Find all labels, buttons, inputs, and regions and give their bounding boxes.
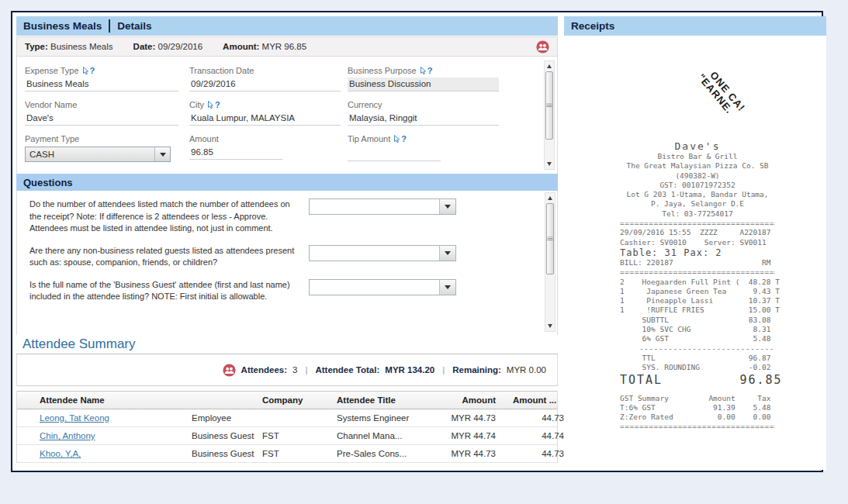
receipt-line: Lot G 203 1-Utama, Bandar Utama, (620, 190, 775, 199)
expense-type-value[interactable]: Business Meals (25, 78, 178, 91)
question-answer-dropdown[interactable] (309, 245, 456, 261)
attendee-name-link[interactable]: Chin, Anthony (40, 431, 95, 440)
attendee-amount2-cell: 44.73 (496, 413, 564, 423)
field-city: City ? Kuala Lumpur, MALAYSIA (189, 100, 341, 126)
receipt-line: T:6% GST 91.39 5.48 (620, 403, 775, 413)
field-tip-amount: Tip Amount ? (348, 134, 441, 161)
question-row: Are there any non-business related guest… (29, 245, 557, 269)
expense-window: Business Meals Details Type: Business Me… (11, 11, 823, 472)
receipt-line: GST Summary Amount Tax (620, 394, 775, 403)
question-dropdown-button[interactable] (439, 199, 455, 214)
transaction-date-label: Transaction Date (189, 66, 254, 75)
business-purpose-value[interactable]: Business Discussion (348, 78, 499, 91)
question-dropdown-button[interactable] (439, 280, 455, 295)
receipt-line: 1 !RUFFLE FRIES 15.00 T (620, 306, 775, 315)
scroll-down-arrow[interactable] (545, 321, 555, 331)
attendee-row: Khoo, Y,A, Business Guest FST Pre-Sales … (17, 445, 557, 463)
scroll-up-arrow[interactable] (545, 193, 555, 203)
attendee-name-link[interactable]: Leong, Tat Keong (40, 413, 109, 423)
summary-date-label: Date: (133, 42, 156, 51)
scrollbar-thumb[interactable] (545, 71, 553, 140)
question-text: Are there any non-business related guest… (29, 245, 295, 269)
attendee-name-link[interactable]: Khoo, Y,A, (40, 449, 81, 458)
receipt-line: ================================== (620, 219, 775, 228)
business-purpose-help-icon[interactable]: ? (420, 66, 433, 75)
receipt-line (620, 387, 775, 394)
scrollbar-track[interactable] (545, 140, 554, 159)
payment-type-value: CASH (26, 150, 154, 159)
scroll-up-arrow[interactable] (545, 61, 554, 71)
tip-amount-help-icon[interactable]: ? (393, 134, 407, 143)
col-header-company: Company (262, 395, 337, 405)
receipt-text: Dave's Bistro Bar & Grill The Great Mala… (620, 140, 775, 432)
attendee-company-cell: FST (262, 449, 337, 458)
question-text: Is the full name of the 'Business Guest'… (29, 279, 295, 303)
attendee-title-cell: Pre-Sales Cons... (337, 449, 434, 458)
chevron-down-icon (445, 251, 451, 255)
city-value[interactable]: Kuala Lumpur, MALAYSIA (189, 112, 341, 126)
header-divider (109, 19, 110, 33)
tip-amount-label: Tip Amount (348, 134, 390, 143)
attendee-summary-title: Attendee Summary (16, 335, 558, 354)
currency-label: Currency (348, 100, 382, 109)
summary-amount-value: MYR 96.85 (262, 42, 307, 51)
attendees-icon (223, 364, 236, 377)
questions-header: Questions (16, 174, 558, 191)
receipt-line: GST: 001071972352 (620, 181, 775, 190)
scrollbar-thumb[interactable] (546, 203, 554, 274)
payment-type-select[interactable]: CASH (25, 147, 171, 162)
expense-summary-bar: Type: Business Meals Date: 09/29/2016 Am… (16, 36, 558, 57)
attendee-row: Leong, Tat Keong Employee Systems Engine… (17, 409, 557, 427)
scroll-down-arrow[interactable] (545, 159, 554, 169)
question-text: Do the number of attendees listed match … (29, 198, 295, 235)
field-expense-type: Expense Type ? Business Meals (25, 66, 178, 91)
vendor-name-value[interactable]: Dave's (25, 112, 178, 126)
receipt-line: Tel: 03-77254017 (620, 209, 775, 219)
receipt-line: Cashier: SV0010 Server: SV0011 (620, 238, 775, 247)
expense-type-title: Business Meals (23, 20, 102, 32)
city-help-icon[interactable]: ? (207, 100, 220, 109)
receipt-line: ================================== (620, 422, 775, 431)
receipt-line: TOTAL 96.85 (620, 373, 775, 387)
question-dropdown-button[interactable] (439, 246, 455, 261)
question-answer-dropdown[interactable] (309, 279, 456, 295)
attendee-company-cell: FST (262, 431, 337, 440)
chevron-down-icon (160, 153, 166, 157)
stats-separator: | (442, 365, 445, 375)
expense-form: Expense Type ? Business Meals Vendor Nam… (16, 57, 558, 174)
questions-section: Do the number of attendees listed match … (16, 191, 558, 335)
attendee-type-cell: Business Guest (192, 431, 262, 440)
receipt-image-area[interactable]: ONE CA! "EARNE. Dave's Bistro Bar & Gril… (564, 36, 826, 470)
summary-date: Date: 09/29/2016 (133, 42, 203, 51)
payment-type-dropdown-button[interactable] (154, 147, 170, 161)
currency-value[interactable]: Malaysia, Ringgit (348, 112, 499, 126)
expense-type-label: Expense Type (25, 66, 79, 75)
tip-amount-value[interactable] (348, 146, 441, 161)
receipt-line: SYS. ROUNDING -0.02 (620, 363, 775, 372)
field-business-purpose: Business Purpose ? Business Discussion (348, 66, 499, 91)
receipt-line: TTL 96.87 (620, 354, 775, 363)
summary-type: Type: Business Meals (25, 42, 113, 51)
receipt-line: Table: 31 Pax: 2 (620, 247, 775, 258)
attendees-icon (536, 40, 549, 54)
attendee-type-cell: Employee (192, 413, 262, 423)
attendee-amount2-cell: 44.73 (496, 449, 564, 458)
transaction-date-value[interactable]: 09/29/2016 (189, 78, 341, 91)
payment-type-label: Payment Type (25, 134, 79, 143)
question-row: Is the full name of the 'Business Guest'… (29, 279, 557, 303)
col-header-attendee-title: Attendee Title (337, 395, 434, 405)
vendor-name-label: Vendor Name (25, 100, 77, 109)
form-scrollbar[interactable] (544, 60, 555, 170)
details-tab-title: Details (117, 20, 151, 32)
receipt-line: Dave's (620, 140, 775, 152)
amount-value[interactable]: 96.85 (189, 146, 282, 160)
scrollbar-track[interactable] (545, 274, 555, 321)
field-amount: Amount 96.85 (189, 134, 282, 160)
questions-scrollbar[interactable] (545, 192, 556, 332)
attendee-total-value: MYR 134.20 (385, 365, 434, 375)
expense-type-help-icon[interactable]: ? (82, 66, 95, 75)
question-answer-dropdown[interactable] (309, 198, 456, 215)
attendee-rows: Leong, Tat Keong Employee Systems Engine… (17, 409, 557, 463)
col-header-attendee-name: Attendee Name (40, 395, 192, 405)
details-panel-header: Business Meals Details (16, 16, 558, 36)
